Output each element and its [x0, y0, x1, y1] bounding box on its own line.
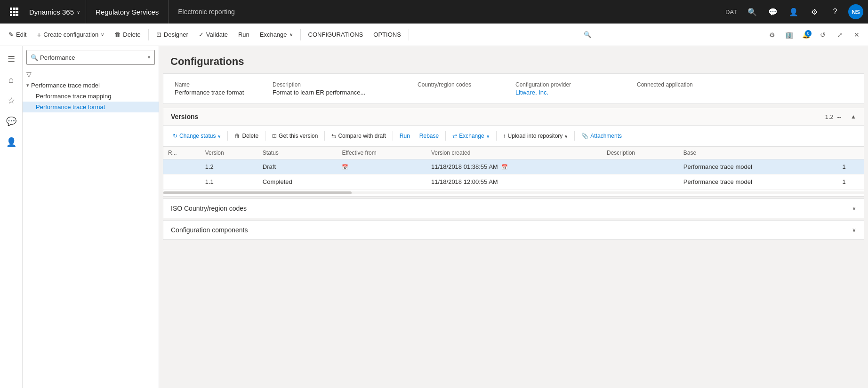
toolbar-sep-5 [445, 131, 446, 141]
close-icon[interactable]: ✕ [849, 27, 864, 42]
person-icon-button[interactable]: 👤 [784, 0, 803, 24]
calendar-icon-2: 📅 [501, 164, 508, 170]
edit-button[interactable]: ✎ Edit [4, 27, 31, 42]
versions-panel: Versions 1.2 -- ▲ ↻ Change status ∨ 🗑 De… [163, 108, 864, 197]
cmd-search-button[interactable]: 🔍 [579, 27, 596, 42]
exchange-chevron-icon: ∨ [289, 32, 293, 37]
sidebar-filter-button[interactable]: ▽ [23, 69, 159, 80]
svg-rect-8 [16, 14, 18, 16]
sidebar-item-perf-trace-model[interactable]: ▾ Performance trace model [23, 80, 159, 91]
toolbar-sep-4 [393, 131, 393, 141]
refresh-icon[interactable]: ↺ [815, 27, 830, 42]
designer-icon: ⊡ [156, 31, 161, 38]
sidebar-item-perf-trace-format[interactable]: Performance trace format [23, 102, 159, 112]
versions-toolbar: ↻ Change status ∨ 🗑 Delete ⊡ Get this ve… [163, 126, 864, 147]
message-icon-button[interactable]: 💬 [764, 0, 782, 24]
plus-icon: + [37, 31, 41, 39]
versions-table-container: R... Version Status Effective from Versi… [163, 147, 864, 190]
versions-delete-button[interactable]: 🗑 Delete [231, 129, 262, 143]
compare-draft-button[interactable]: ⇆ Compare with draft [328, 129, 389, 143]
col-status: Status [258, 147, 338, 159]
table-row[interactable]: 1.1 Completed 11/18/2018 12:00:55 AM Per… [163, 174, 864, 190]
country-label: Country/region codes [418, 81, 512, 88]
cell-base-link-1[interactable]: Performance trace model [679, 159, 838, 174]
validate-button[interactable]: ✓ Validate [194, 27, 233, 42]
change-status-button[interactable]: ↻ Change status ∨ [169, 129, 225, 143]
toolbar-sep-2 [265, 131, 265, 141]
help-icon-button[interactable]: ? [826, 0, 844, 24]
options-tab[interactable]: OPTIONS [369, 27, 406, 42]
sidebar-clear-icon[interactable]: × [147, 54, 151, 61]
delete-button[interactable]: 🗑 Delete [110, 27, 145, 42]
config-header: Configurations [159, 46, 868, 73]
versions-collapse-icon[interactable]: ▲ [851, 113, 856, 120]
svg-rect-3 [10, 11, 12, 13]
attachments-button[interactable]: 📎 Attachments [578, 129, 626, 143]
exchange-button[interactable]: Exchange ∨ [255, 27, 297, 42]
toolbar-sep-3 [324, 131, 325, 141]
top-nav-right: DAT 🔍 💬 👤 ⚙ ? NS [722, 0, 863, 24]
table-row[interactable]: 1.2 Draft 📅 11/18/2018 01:38:55 AM 📅 Per… [163, 159, 864, 174]
config-components-header[interactable]: Configuration components ∨ [163, 221, 864, 239]
versions-run-button[interactable]: Run [396, 129, 414, 143]
rail-comment-icon[interactable]: 💬 [2, 112, 21, 131]
versions-panel-header[interactable]: Versions 1.2 -- ▲ [163, 108, 864, 126]
detail-grid: Name Performance trace format Descriptio… [175, 81, 852, 96]
rail-home-icon[interactable]: ⌂ [2, 71, 21, 89]
configurations-tab[interactable]: CONFIGURATIONS [304, 27, 368, 42]
badge-container: 🔔 0 [798, 27, 813, 42]
sidebar-search-input[interactable] [40, 54, 147, 61]
separator-3 [409, 29, 409, 40]
cell-base-link-2: Performance trace model [679, 174, 838, 190]
cell-status-1: Draft [258, 159, 338, 174]
d365-label: Dynamics 365 [29, 8, 74, 16]
config-components-title: Configuration components [171, 226, 852, 234]
settings-icon-button[interactable]: ⚙ [805, 0, 824, 24]
settings-cmd-icon[interactable]: ⚙ [764, 27, 780, 42]
upload-icon: ↑ [503, 133, 506, 139]
cell-desc-2 [602, 174, 679, 190]
avatar[interactable]: NS [848, 4, 863, 19]
versions-exchange-button[interactable]: ⇄ Exchange ∨ [449, 129, 493, 143]
config-components-panel: Configuration components ∨ [163, 220, 864, 240]
svg-rect-0 [10, 8, 12, 10]
rail-menu-icon[interactable]: ☰ [2, 50, 21, 69]
d365-chevron: ∨ [77, 9, 80, 15]
office-icon[interactable]: 🏢 [781, 27, 796, 42]
sidebar-item-perf-trace-mapping[interactable]: Performance trace mapping [23, 91, 159, 102]
country-col: Country/region codes [418, 81, 512, 96]
scrollbar-thumb [163, 191, 352, 194]
svg-rect-2 [16, 8, 18, 10]
top-nav: Dynamics 365 ∨ Regulatory Services Elect… [0, 0, 868, 24]
iso-panel-chevron[interactable]: ∨ [852, 205, 856, 212]
cell-created-1: 11/18/2018 01:38:55 AM 📅 [426, 159, 602, 174]
toolbar-sep-6 [496, 131, 497, 141]
cell-effective-1: 📅 [337, 159, 426, 174]
iso-panel-title: ISO Country/region codes [171, 205, 852, 212]
provider-value[interactable]: Litware, Inc. [515, 89, 633, 96]
filter-icon: ▽ [26, 71, 32, 78]
designer-button[interactable]: ⊡ Designer [152, 27, 193, 42]
table-scrollbar[interactable] [163, 191, 864, 194]
rebase-button[interactable]: Rebase [416, 129, 442, 143]
versions-panel-version: 1.2 -- [825, 113, 843, 120]
waffle-icon[interactable] [5, 0, 24, 24]
get-version-button[interactable]: ⊡ Get this version [268, 129, 321, 143]
rail-star-icon[interactable]: ☆ [2, 91, 21, 110]
search-icon-button[interactable]: 🔍 [743, 0, 762, 24]
rail-person-icon[interactable]: 👤 [2, 133, 21, 151]
config-components-chevron[interactable]: ∨ [852, 227, 856, 233]
main-content: Configurations Name Performance trace fo… [159, 46, 868, 388]
upload-repository-button[interactable]: ↑ Upload into repository ∨ [499, 129, 572, 143]
run-button[interactable]: Run [233, 27, 254, 42]
iso-panel-header[interactable]: ISO Country/region codes ∨ [163, 199, 864, 218]
sidebar: 🔍 × ▽ ▾ Performance trace model Performa… [23, 46, 159, 388]
connected-col: Connected application [637, 81, 731, 96]
create-configuration-button[interactable]: + Create configuration ∨ [32, 27, 109, 42]
col-r: R... [163, 147, 201, 159]
cell-desc-1 [602, 159, 679, 174]
d365-nav[interactable]: Dynamics 365 ∨ [24, 0, 86, 24]
side-rail: ☰ ⌂ ☆ 💬 👤 [0, 46, 23, 388]
resize-icon[interactable]: ⤢ [832, 27, 847, 42]
exchange-chevron: ∨ [486, 134, 490, 139]
